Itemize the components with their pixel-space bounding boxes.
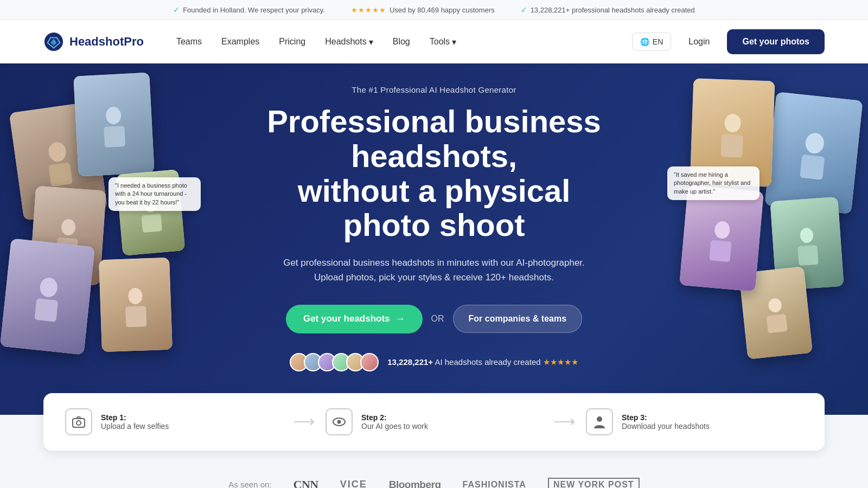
globe-icon: 🌐: [640, 37, 649, 46]
logo-icon: [43, 31, 64, 52]
person-icon: [592, 414, 607, 429]
stars-banner: ★★★★★: [351, 6, 386, 14]
hero-title: Professional business headshots, without…: [255, 104, 613, 242]
hero-section: "I needed a business photo with a 24 hou…: [0, 63, 868, 415]
as-seen-on: As seen on: CNN VICE Bloomberg Fashionis…: [0, 451, 868, 488]
steps-section: Step 1: Upload a few selfies ⟶ Step 2: O…: [43, 393, 825, 451]
eye-icon: [331, 414, 347, 429]
fashionista-logo: Fashionista: [463, 480, 526, 488]
nav-links: Teams Examples Pricing Headshots ▾ Blog …: [176, 37, 632, 47]
mini-avatar-6: [360, 353, 379, 371]
nypost-logo: NEW YORK POST: [548, 478, 640, 488]
step-2-icon: [326, 408, 353, 435]
logo-text: HeadshotPro: [69, 35, 144, 49]
social-proof-text: 13,228,221+ AI headshots already created…: [387, 357, 578, 367]
step-1-icon: [65, 408, 92, 435]
step-3-text: Step 3: Download your headshots: [622, 413, 710, 431]
arrow-icon: →: [395, 313, 405, 325]
step-1-text: Step 1: Upload a few selfies: [101, 413, 169, 431]
check-icon-1: ✓: [173, 5, 180, 14]
nav-headshots[interactable]: Headshots ▾: [325, 37, 373, 47]
stars-social-proof: ★★★★★: [543, 357, 578, 367]
svg-point-27: [76, 421, 81, 425]
step-3-icon: [586, 408, 613, 435]
get-photos-button[interactable]: Get your photos: [727, 29, 825, 54]
step-2-text: Step 2: Our AI goes to work: [361, 413, 428, 431]
vice-logo: VICE: [340, 479, 367, 488]
camera-icon: [71, 414, 86, 429]
step-3: Step 3: Download your headshots: [586, 408, 803, 435]
nav-pricing[interactable]: Pricing: [279, 37, 305, 47]
hero-or-label: OR: [431, 314, 444, 324]
tools-dropdown-icon: ▾: [452, 37, 456, 47]
top-banner: ✓ Founded in Holland. We respect your pr…: [0, 0, 868, 20]
logo-link[interactable]: HeadshotPro: [43, 31, 144, 52]
hero-cta-row: Get your headshots → OR For companies & …: [255, 305, 613, 333]
svg-point-29: [337, 420, 341, 423]
step-1: Step 1: Upload a few selfies: [65, 408, 282, 435]
hero-social-proof: 13,228,221+ AI headshots already created…: [255, 353, 613, 371]
nav-teams[interactable]: Teams: [176, 37, 202, 47]
check-icon-3: ✓: [521, 5, 527, 14]
as-seen-label: As seen on:: [228, 480, 271, 488]
svg-point-30: [597, 416, 602, 422]
avatars-row: [290, 353, 379, 371]
nav-tools[interactable]: Tools ▾: [430, 37, 456, 47]
nav-examples[interactable]: Examples: [221, 37, 259, 47]
nav-blog[interactable]: Blog: [393, 37, 410, 47]
navbar: HeadshotPro Teams Examples Pricing Heads…: [0, 20, 868, 63]
step-arrow-2: ⟶: [553, 413, 575, 431]
banner-item-3: ✓ 13,228,221+ professional headshots alr…: [521, 5, 695, 14]
companies-teams-button[interactable]: For companies & teams: [453, 305, 583, 333]
hero-subtitle: The #1 Professional AI Headshot Generato…: [255, 85, 613, 94]
language-button[interactable]: 🌐 EN: [632, 33, 671, 51]
cnn-logo: CNN: [293, 478, 318, 488]
banner-item-1: ✓ Founded in Holland. We respect your pr…: [173, 5, 325, 14]
svg-rect-26: [73, 419, 85, 427]
get-headshots-button[interactable]: Get your headshots →: [286, 305, 423, 333]
banner-item-2: ★★★★★ Used by 80,469 happy customers: [351, 6, 495, 14]
hero-center: The #1 Professional AI Headshot Generato…: [244, 85, 624, 371]
step-2: Step 2: Our AI goes to work: [326, 408, 542, 435]
bloomberg-logo: Bloomberg: [389, 479, 441, 488]
login-button[interactable]: Login: [680, 33, 718, 51]
nav-right: 🌐 EN Login Get your photos: [632, 29, 825, 54]
headshots-dropdown-icon: ▾: [369, 37, 373, 47]
step-arrow-1: ⟶: [293, 413, 315, 431]
hero-description: Get professional business headshots in m…: [255, 255, 613, 285]
